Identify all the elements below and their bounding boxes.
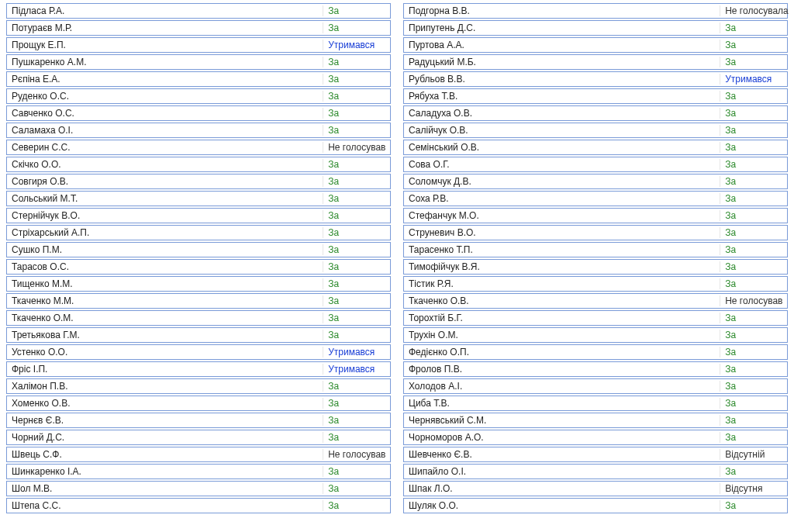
- deputy-vote: За: [323, 57, 390, 67]
- deputy-vote: За: [323, 193, 390, 204]
- deputy-name: Соха Р.В.: [404, 193, 720, 204]
- deputy-name: Скічко О.О.: [7, 159, 323, 170]
- vote-row: Сова О.Г.За: [403, 157, 788, 172]
- deputy-vote: За: [323, 278, 390, 289]
- vote-row: Сушко П.М.За: [6, 242, 391, 257]
- vote-row: Стріхарський А.П.За: [6, 225, 391, 240]
- vote-row: Пушкаренко А.М.За: [6, 54, 391, 70]
- vote-row: Руденко О.С.За: [6, 88, 391, 104]
- deputy-vote: Не голосувала: [720, 5, 793, 16]
- deputy-vote: За: [323, 466, 390, 477]
- deputy-vote: За: [323, 74, 390, 85]
- vote-row: Рєпіна Е.А.За: [6, 71, 391, 87]
- deputy-vote: За: [720, 227, 787, 238]
- deputy-name: Тістик Р.Я.: [404, 278, 720, 289]
- deputy-vote: За: [323, 500, 390, 511]
- deputy-name: Савченко О.С.: [7, 108, 323, 119]
- deputy-name: Устенко О.О.: [7, 347, 323, 358]
- vote-row: Саладуха О.В.За: [403, 105, 788, 121]
- vote-row: Семінський О.В.За: [403, 140, 788, 155]
- vote-row: Шевченко Є.В.Відсутній: [403, 447, 788, 462]
- vote-row: Третьякова Г.М.За: [6, 327, 391, 343]
- vote-row: Радуцький М.Б.За: [403, 54, 788, 70]
- deputy-name: Тарасов О.С.: [7, 261, 323, 272]
- deputy-name: Тимофійчук В.Я.: [404, 261, 720, 272]
- vote-row: Скічко О.О.За: [6, 157, 391, 172]
- deputy-name: Чернявський С.М.: [404, 415, 720, 426]
- deputy-name: Ткаченко О.М.: [7, 313, 323, 323]
- deputy-vote: За: [323, 381, 390, 392]
- deputy-name: Шуляк О.О.: [404, 500, 720, 511]
- deputy-vote: За: [720, 108, 787, 119]
- vote-row: Федієнко О.П.За: [403, 344, 788, 360]
- deputy-name: Стефанчук М.О.: [404, 210, 720, 221]
- deputy-vote: За: [323, 176, 390, 187]
- deputy-vote: Не голосував: [323, 142, 390, 153]
- deputy-vote: За: [323, 227, 390, 238]
- deputy-vote: За: [323, 5, 390, 16]
- deputy-name: Халімон П.В.: [7, 381, 323, 392]
- deputy-name: Саладуха О.В.: [404, 108, 720, 119]
- deputy-name: Шинкаренко І.А.: [7, 466, 323, 477]
- deputy-name: Фролов П.В.: [404, 364, 720, 375]
- vote-row: Устенко О.О.Утримався: [6, 344, 391, 360]
- deputy-name: Сова О.Г.: [404, 159, 720, 170]
- vote-row: Потураєв М.Р.За: [6, 20, 391, 36]
- vote-row: Соломчук Д.В.За: [403, 174, 788, 189]
- vote-row: Соха Р.В.За: [403, 191, 788, 206]
- deputy-name: Холодов А.І.: [404, 381, 720, 392]
- deputy-name: Северин С.С.: [7, 142, 323, 153]
- vote-row: Чорний Д.С.За: [6, 430, 391, 445]
- vote-row: Подгорна В.В.Не голосувала: [403, 3, 788, 19]
- deputy-vote: За: [720, 193, 787, 204]
- vote-row: Тістик Р.Я.За: [403, 276, 788, 292]
- vote-row: Шуляк О.О.За: [403, 498, 788, 513]
- deputy-vote: За: [323, 398, 390, 409]
- deputy-vote: За: [323, 159, 390, 170]
- deputy-name: Сольський М.Т.: [7, 193, 323, 204]
- deputy-name: Радуцький М.Б.: [404, 57, 720, 67]
- deputy-vote: За: [720, 398, 787, 409]
- deputy-name: Чорноморов А.О.: [404, 432, 720, 443]
- deputy-vote: Відсутня: [720, 483, 787, 494]
- deputy-name: Рєпіна Е.А.: [7, 74, 323, 85]
- vote-row: Халімон П.В.За: [6, 378, 391, 394]
- deputy-name: Припутень Д.С.: [404, 22, 720, 33]
- vote-row: Ткаченко О.М.За: [6, 310, 391, 326]
- deputy-vote: За: [720, 210, 787, 221]
- deputy-name: Пуртова А.А.: [404, 40, 720, 50]
- deputy-name: Шевченко Є.В.: [404, 449, 720, 460]
- deputy-vote: За: [720, 176, 787, 187]
- deputy-name: Совгиря О.В.: [7, 176, 323, 187]
- vote-row: Чорноморов А.О.За: [403, 430, 788, 445]
- deputy-name: Федієнко О.П.: [404, 347, 720, 358]
- deputy-name: Циба Т.В.: [404, 398, 720, 409]
- deputy-vote: За: [720, 347, 787, 358]
- vote-row: Тарасенко Т.П.За: [403, 242, 788, 257]
- deputy-name: Хоменко О.В.: [7, 398, 323, 409]
- deputy-vote: За: [720, 40, 787, 50]
- deputy-name: Третьякова Г.М.: [7, 330, 323, 340]
- deputy-name: Трухін О.М.: [404, 330, 720, 340]
- deputy-name: Підласа Р.А.: [7, 5, 323, 16]
- deputy-vote: За: [323, 125, 390, 136]
- deputy-vote: За: [720, 142, 787, 153]
- deputy-vote: За: [323, 261, 390, 272]
- deputy-name: Стріхарський А.П.: [7, 227, 323, 238]
- deputy-vote: За: [323, 295, 390, 306]
- deputy-vote: За: [323, 313, 390, 323]
- deputy-vote: За: [323, 415, 390, 426]
- vote-row: Пуртова А.А.За: [403, 37, 788, 53]
- vote-row: Підласа Р.А.За: [6, 3, 391, 19]
- deputy-name: Торохтій Б.Г.: [404, 313, 720, 323]
- deputy-name: Шипайло О.І.: [404, 466, 720, 477]
- deputy-vote: За: [720, 125, 787, 136]
- vote-row: Северин С.С.Не голосував: [6, 140, 391, 155]
- deputy-name: Рубльов В.В.: [404, 74, 720, 85]
- deputy-name: Соломчук Д.В.: [404, 176, 720, 187]
- deputy-vote: За: [323, 432, 390, 443]
- deputy-name: Тищенко М.М.: [7, 278, 323, 289]
- deputy-name: Чернєв Є.В.: [7, 415, 323, 426]
- vote-row: Шипайло О.І.За: [403, 464, 788, 479]
- vote-row: Рубльов В.В.Утримався: [403, 71, 788, 87]
